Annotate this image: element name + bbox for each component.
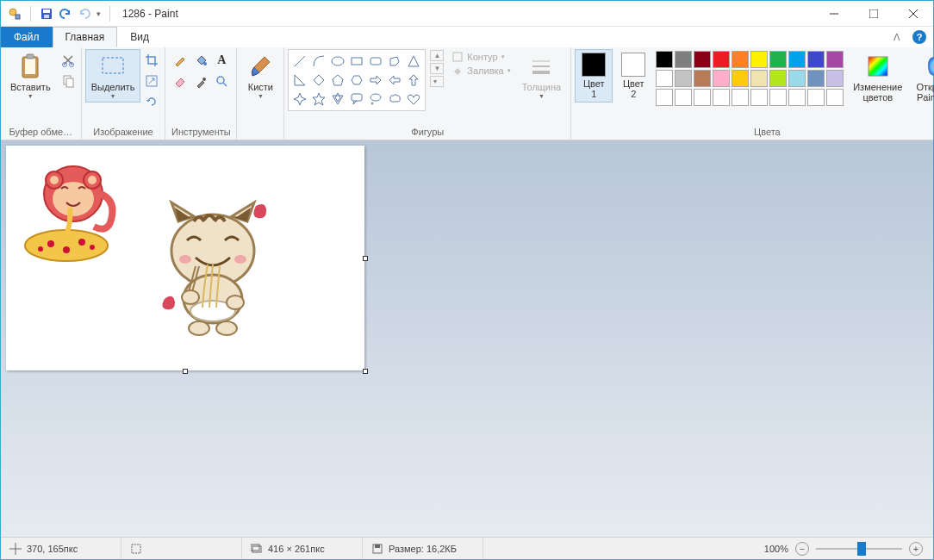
palette-color[interactable] bbox=[732, 70, 749, 87]
palette-color[interactable] bbox=[769, 51, 787, 68]
color2-button[interactable]: Цвет 2 bbox=[614, 49, 652, 103]
palette-color[interactable] bbox=[675, 89, 692, 106]
palette-color[interactable] bbox=[656, 89, 673, 106]
palette-color[interactable] bbox=[788, 70, 806, 87]
palette-color[interactable] bbox=[675, 70, 692, 87]
brushes-button[interactable]: Кисти ▼ bbox=[240, 49, 280, 103]
shape-diamond-icon[interactable] bbox=[309, 71, 328, 90]
thickness-button[interactable]: Толщина ▼ bbox=[516, 49, 568, 103]
palette-color[interactable] bbox=[750, 89, 768, 106]
shapes-expand-icon[interactable]: ▾ bbox=[430, 76, 444, 87]
color1-button[interactable]: Цвет 1 bbox=[575, 49, 613, 103]
shape-uarrow-icon[interactable] bbox=[404, 71, 423, 90]
shape-line-icon[interactable] bbox=[290, 52, 309, 71]
palette-color[interactable] bbox=[769, 70, 787, 87]
tab-file[interactable]: Файл bbox=[1, 27, 53, 47]
palette-color[interactable] bbox=[732, 89, 749, 106]
palette-color[interactable] bbox=[713, 70, 730, 87]
shape-rarrow-icon[interactable] bbox=[366, 71, 385, 90]
paint3d-button[interactable]: Открыть Paint 3D bbox=[910, 49, 934, 106]
resize-handle-bottom[interactable] bbox=[183, 369, 188, 374]
help-icon[interactable]: ? bbox=[912, 30, 926, 44]
fill-option[interactable]: Заливка▾ bbox=[451, 65, 510, 77]
shape-star4-icon[interactable] bbox=[290, 90, 309, 109]
palette-color[interactable] bbox=[826, 89, 844, 106]
select-button[interactable]: Выделить ▼ bbox=[85, 49, 141, 103]
shape-callrect-icon[interactable] bbox=[347, 90, 366, 109]
shape-larrow-icon[interactable] bbox=[385, 71, 404, 90]
rotate-icon[interactable] bbox=[142, 92, 161, 111]
palette-color[interactable] bbox=[694, 89, 711, 106]
shape-hexagon-icon[interactable] bbox=[347, 71, 366, 90]
paint3d-icon bbox=[921, 53, 934, 80]
palette-color[interactable] bbox=[694, 70, 711, 87]
crop-icon[interactable] bbox=[142, 51, 161, 70]
magnifier-icon[interactable] bbox=[212, 72, 231, 90]
shape-oval-icon[interactable] bbox=[328, 52, 347, 71]
tab-home[interactable]: Главная bbox=[53, 27, 118, 47]
outline-option[interactable]: Контур▾ bbox=[451, 51, 510, 63]
shape-polygon-icon[interactable] bbox=[385, 52, 404, 71]
redo-icon[interactable] bbox=[78, 7, 91, 21]
minimize-button[interactable] bbox=[814, 1, 854, 27]
palette-color[interactable] bbox=[807, 51, 825, 68]
shape-star5-icon[interactable] bbox=[309, 90, 328, 109]
palette-color[interactable] bbox=[732, 51, 749, 68]
shape-rect-icon[interactable] bbox=[347, 52, 366, 71]
palette-color[interactable] bbox=[656, 70, 673, 87]
status-dimensions: 416 × 261пкс bbox=[242, 538, 363, 559]
picker-icon[interactable] bbox=[191, 72, 210, 90]
shape-callcloud-icon[interactable] bbox=[385, 90, 404, 109]
qat-dropdown-icon[interactable]: ▾ bbox=[97, 9, 101, 18]
palette-color[interactable] bbox=[788, 89, 806, 106]
resize-handle-right[interactable] bbox=[363, 256, 368, 261]
pencil-icon[interactable] bbox=[171, 51, 190, 70]
canvas[interactable] bbox=[6, 146, 364, 370]
shape-roundrect-icon[interactable] bbox=[366, 52, 385, 71]
eraser-icon[interactable] bbox=[171, 72, 190, 90]
palette-color[interactable] bbox=[826, 70, 844, 87]
zoom-slider[interactable] bbox=[816, 548, 902, 550]
shape-star6-icon[interactable] bbox=[328, 90, 347, 109]
zoom-out-button[interactable]: − bbox=[795, 542, 809, 556]
collapse-ribbon-icon[interactable]: ᐱ bbox=[888, 27, 906, 47]
shape-calloval-icon[interactable] bbox=[366, 90, 385, 109]
palette-color[interactable] bbox=[713, 89, 730, 106]
canvas-dims: 416 × 261пкс bbox=[268, 544, 325, 554]
shapes-gallery[interactable] bbox=[288, 49, 426, 111]
shapes-scroll-down-icon[interactable]: ▼ bbox=[430, 63, 444, 74]
paste-button[interactable]: Вставить ▼ bbox=[4, 49, 57, 103]
palette-color[interactable] bbox=[750, 51, 768, 68]
shape-rtriangle-icon[interactable] bbox=[290, 71, 309, 90]
save-icon[interactable] bbox=[40, 7, 53, 21]
shape-triangle-icon[interactable] bbox=[404, 52, 423, 71]
fill-icon[interactable] bbox=[191, 51, 210, 70]
palette-color[interactable] bbox=[713, 51, 730, 68]
zoom-slider-thumb[interactable] bbox=[857, 542, 866, 556]
shapes-scroll-up-icon[interactable]: ▲ bbox=[430, 50, 444, 61]
maximize-button[interactable] bbox=[854, 1, 894, 27]
cut-icon[interactable] bbox=[59, 51, 78, 70]
palette-color[interactable] bbox=[826, 51, 844, 68]
shape-pentagon-icon[interactable] bbox=[328, 71, 347, 90]
close-button[interactable] bbox=[894, 1, 933, 27]
copy-icon[interactable] bbox=[59, 72, 78, 90]
palette-color[interactable] bbox=[769, 89, 787, 106]
palette-color[interactable] bbox=[788, 51, 806, 68]
work-area[interactable] bbox=[1, 140, 933, 537]
edit-colors-button[interactable]: Изменение цветов bbox=[847, 49, 908, 106]
text-icon[interactable]: A bbox=[212, 51, 231, 70]
zoom-in-button[interactable]: + bbox=[909, 542, 923, 556]
resize-handle-corner[interactable] bbox=[363, 369, 368, 374]
palette-color[interactable] bbox=[807, 89, 825, 106]
palette-color[interactable] bbox=[675, 51, 692, 68]
palette-color[interactable] bbox=[694, 51, 711, 68]
palette-color[interactable] bbox=[750, 70, 768, 87]
tab-view[interactable]: Вид bbox=[117, 27, 162, 47]
shape-curve-icon[interactable] bbox=[309, 52, 328, 71]
palette-color[interactable] bbox=[807, 70, 825, 87]
resize-icon[interactable] bbox=[142, 72, 161, 90]
palette-color[interactable] bbox=[656, 51, 673, 68]
shape-heart-icon[interactable] bbox=[404, 90, 423, 109]
undo-icon[interactable] bbox=[59, 7, 72, 21]
